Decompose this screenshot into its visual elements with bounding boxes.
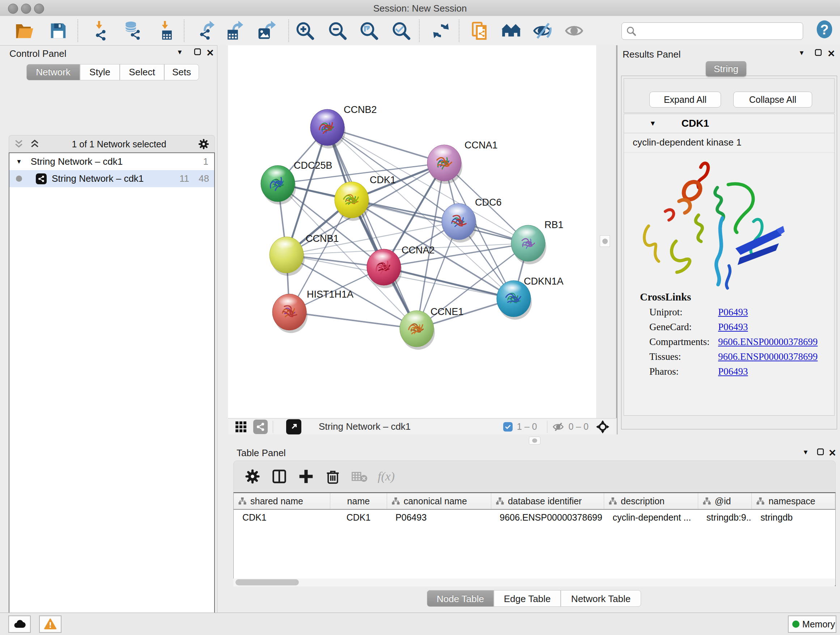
panel-float-icon[interactable] <box>816 448 825 458</box>
search-input[interactable] <box>640 26 799 36</box>
column-header-databaseidentifier[interactable]: database identifier <box>491 493 604 509</box>
tab-select[interactable]: Select <box>120 64 164 80</box>
tab-string[interactable]: String <box>706 61 746 76</box>
network-edge[interactable] <box>289 312 417 329</box>
panel-close-icon[interactable]: ✕ <box>206 48 214 57</box>
network-row-selected[interactable]: String Network – cdk1 11 48 <box>9 170 214 187</box>
tab-network-table[interactable]: Network Table <box>561 590 641 607</box>
detach-view-icon[interactable] <box>286 419 302 434</box>
horizontal-splitter-handle[interactable] <box>529 437 540 445</box>
network-badge-icon[interactable] <box>253 420 268 434</box>
crosslink-link[interactable]: P06493 <box>718 307 748 318</box>
toolbar-separator <box>77 19 78 42</box>
crosslink-link[interactable]: 9606.ENSP00000378699 <box>718 336 818 348</box>
network-node-CDC6[interactable]: CDC6 <box>442 197 502 242</box>
birdseye-crosshair-icon[interactable] <box>596 420 609 434</box>
cell-sharedname[interactable]: CDK1 <box>234 510 330 525</box>
cell-namespace[interactable]: stringdb <box>752 510 835 525</box>
tab-node-table[interactable]: Node Table <box>427 590 494 607</box>
node-label: CDC25B <box>294 160 332 171</box>
delete-column-icon[interactable] <box>325 469 341 485</box>
zoom-out-icon[interactable] <box>328 21 347 41</box>
cell-canonicalname[interactable]: P06493 <box>387 510 491 525</box>
panel-menu-icon[interactable]: ▼ <box>177 49 183 55</box>
string-network-icon <box>36 173 47 184</box>
cell-name[interactable]: CDK1 <box>330 510 387 525</box>
crosslink-link[interactable]: P06493 <box>718 366 748 377</box>
section-expand-icon[interactable]: ▼ <box>649 119 656 127</box>
collection-expand-icon[interactable]: ▼ <box>16 158 22 165</box>
node-section-header[interactable]: ▼ CDK1 <box>624 114 834 133</box>
column-header-canonicalname[interactable]: canonical name <box>387 493 491 509</box>
node-details-section: ▼ CDK1 cyclin-dependent kinase 1 <box>624 114 835 416</box>
refresh-icon[interactable] <box>431 21 451 41</box>
panel-close-icon[interactable]: ✕ <box>829 448 836 458</box>
column-header-description[interactable]: description <box>604 493 698 509</box>
cell-databaseidentifier[interactable]: 9606.ENSP00000378699 <box>491 510 604 525</box>
column-header-name[interactable]: name <box>330 493 387 509</box>
network-node-CDKN1A[interactable]: CDKN1A <box>497 276 564 320</box>
crosslink-row: GeneCard:P06493 <box>649 321 834 333</box>
help-icon[interactable]: ? <box>815 19 834 39</box>
vertical-splitter-handle[interactable] <box>600 235 610 247</box>
cell-description[interactable]: cyclin-dependent ... <box>604 510 698 525</box>
collapse-all-icon[interactable] <box>13 139 24 149</box>
zoom-in-icon[interactable] <box>295 21 315 41</box>
hide-selected-icon[interactable] <box>532 21 552 41</box>
network-node-CCNE1[interactable]: CCNE1 <box>400 306 464 350</box>
selected-checkbox-icon[interactable] <box>503 422 513 432</box>
panel-splitter[interactable] <box>217 45 229 613</box>
tab-style[interactable]: Style <box>80 64 120 80</box>
warnings-button[interactable] <box>39 616 62 633</box>
zoom-selected-icon[interactable] <box>392 21 411 41</box>
hscrollbar-thumb[interactable] <box>235 579 299 585</box>
import-network-icon[interactable] <box>90 21 109 41</box>
table-gear-icon[interactable] <box>245 469 261 485</box>
cell-id[interactable]: stringdb:9... <box>698 510 752 525</box>
network-home-icon[interactable] <box>501 21 521 41</box>
copy-style-icon[interactable] <box>470 21 490 41</box>
crosslink-link[interactable]: P06493 <box>718 321 748 333</box>
panel-menu-icon[interactable]: ▼ <box>802 449 809 455</box>
tab-network[interactable]: Network <box>27 64 80 80</box>
network-node-RB1[interactable]: RB1 <box>511 219 564 264</box>
selected-count: 1 – 0 <box>517 421 537 432</box>
network-node-CCNA1[interactable]: CCNA1 <box>427 140 498 184</box>
expand-all-button[interactable]: Expand All <box>649 92 721 108</box>
select-columns-icon[interactable] <box>271 469 287 485</box>
panel-close-icon[interactable]: ✕ <box>827 49 835 58</box>
network-node-CDK1[interactable]: CDK1 <box>335 174 396 221</box>
tab-sets[interactable]: Sets <box>164 64 199 80</box>
panel-menu-icon[interactable]: ▼ <box>798 50 805 56</box>
expand-all-icon[interactable] <box>29 139 40 149</box>
gear-icon[interactable] <box>198 138 210 150</box>
panel-float-icon[interactable] <box>814 48 823 58</box>
column-header-id[interactable]: @id <box>698 493 752 509</box>
export-table-icon[interactable] <box>225 21 245 41</box>
memory-button[interactable]: Memory <box>788 616 836 633</box>
panel-float-icon[interactable] <box>193 48 202 57</box>
search-field[interactable] <box>622 22 803 40</box>
open-file-icon[interactable] <box>14 21 34 41</box>
import-table-icon[interactable] <box>156 21 175 41</box>
network-node-CCNB2[interactable]: CCNB2 <box>310 104 377 149</box>
import-database-icon[interactable] <box>122 21 142 41</box>
table-row[interactable]: CDK1CDK1P064939606.ENSP00000378699cyclin… <box>234 510 835 525</box>
add-column-icon[interactable] <box>298 469 314 485</box>
crosslink-link[interactable]: 9606.ENSP00000378699 <box>718 351 818 363</box>
show-eye-icon[interactable] <box>564 21 584 41</box>
grid-view-icon[interactable] <box>234 420 248 433</box>
cloud-status-button[interactable] <box>8 616 31 633</box>
tab-edge-table[interactable]: Edge Table <box>494 590 561 607</box>
crosslink-label: Pharos: <box>649 366 718 377</box>
network-node-HIST1H1A[interactable]: HIST1H1A <box>272 289 354 333</box>
export-image-icon[interactable] <box>257 21 276 41</box>
column-header-sharedname[interactable]: shared name <box>234 493 330 509</box>
collapse-all-button[interactable]: Collapse All <box>733 92 812 108</box>
network-view-canvas[interactable]: CCNB2CCNA1CDC25BCDK1CDC6RB1CCNB1CCNA2CDK… <box>228 45 596 418</box>
zoom-fit-icon[interactable] <box>359 21 379 41</box>
network-collection-row[interactable]: ▼ String Network – cdk1 1 <box>9 153 214 170</box>
export-network-icon[interactable] <box>197 21 217 41</box>
save-session-icon[interactable] <box>49 21 68 41</box>
column-header-namespace[interactable]: namespace <box>752 493 835 509</box>
